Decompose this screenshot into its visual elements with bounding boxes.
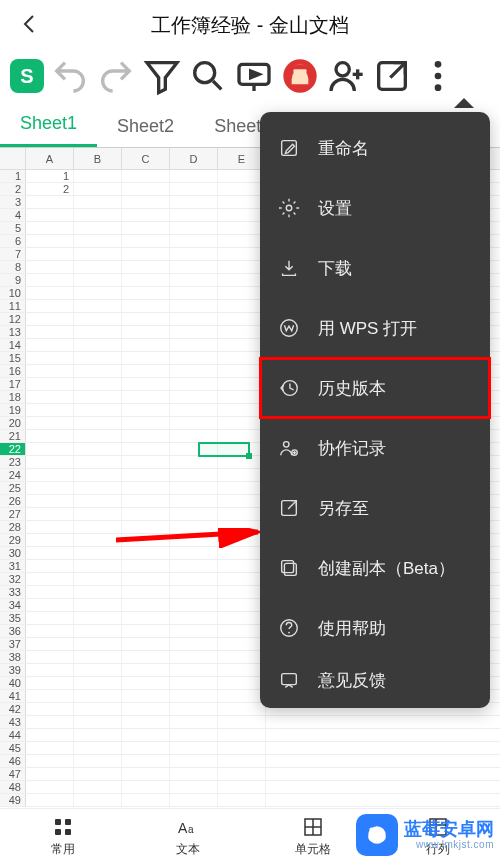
- cell[interactable]: [74, 326, 122, 338]
- menu-item-help[interactable]: 使用帮助: [260, 598, 490, 658]
- cell[interactable]: [170, 274, 218, 286]
- cell[interactable]: [170, 703, 218, 715]
- cell[interactable]: [218, 547, 266, 559]
- cell[interactable]: [218, 430, 266, 442]
- cell[interactable]: [170, 755, 218, 767]
- cell[interactable]: [74, 534, 122, 546]
- cell[interactable]: [122, 573, 170, 585]
- cell[interactable]: [26, 300, 74, 312]
- menu-item-wps[interactable]: 用 WPS 打开: [260, 298, 490, 358]
- row-number[interactable]: 36: [0, 625, 26, 637]
- cell[interactable]: [74, 417, 122, 429]
- cell[interactable]: [122, 469, 170, 481]
- table-row[interactable]: 43: [0, 716, 500, 729]
- row-number[interactable]: 23: [0, 456, 26, 468]
- cell[interactable]: [74, 664, 122, 676]
- row-number[interactable]: 45: [0, 742, 26, 754]
- cell[interactable]: [122, 495, 170, 507]
- cell[interactable]: [26, 625, 74, 637]
- avatar-icon[interactable]: [280, 56, 320, 96]
- cell[interactable]: [170, 287, 218, 299]
- cell[interactable]: [218, 378, 266, 390]
- cell[interactable]: [26, 365, 74, 377]
- menu-item-download[interactable]: 下载: [260, 238, 490, 298]
- cell[interactable]: [74, 573, 122, 585]
- cell[interactable]: [26, 768, 74, 780]
- row-number[interactable]: 14: [0, 339, 26, 351]
- row-number[interactable]: 35: [0, 612, 26, 624]
- tab-sheet2[interactable]: Sheet2: [97, 106, 194, 147]
- row-number[interactable]: 15: [0, 352, 26, 364]
- cell[interactable]: [218, 222, 266, 234]
- row-number[interactable]: 7: [0, 248, 26, 260]
- cell[interactable]: [170, 313, 218, 325]
- cell[interactable]: [26, 560, 74, 572]
- cell[interactable]: [170, 235, 218, 247]
- cell[interactable]: [74, 651, 122, 663]
- add-user-icon[interactable]: [326, 56, 366, 96]
- row-number[interactable]: 9: [0, 274, 26, 286]
- cell[interactable]: [170, 547, 218, 559]
- cell[interactable]: [218, 391, 266, 403]
- cell[interactable]: [122, 287, 170, 299]
- cell[interactable]: [122, 690, 170, 702]
- cell[interactable]: [122, 430, 170, 442]
- cell[interactable]: [170, 469, 218, 481]
- cell[interactable]: [26, 651, 74, 663]
- cell[interactable]: [170, 495, 218, 507]
- cell[interactable]: [122, 638, 170, 650]
- cell[interactable]: [218, 768, 266, 780]
- cell[interactable]: [26, 313, 74, 325]
- cell[interactable]: [26, 222, 74, 234]
- cell[interactable]: [26, 430, 74, 442]
- cell[interactable]: [218, 326, 266, 338]
- cell[interactable]: [74, 469, 122, 481]
- cell[interactable]: [218, 365, 266, 377]
- cell[interactable]: [74, 209, 122, 221]
- row-number[interactable]: 1: [0, 170, 26, 182]
- cell[interactable]: [122, 274, 170, 286]
- row-number[interactable]: 37: [0, 638, 26, 650]
- cell[interactable]: [26, 638, 74, 650]
- cell[interactable]: [74, 196, 122, 208]
- row-number[interactable]: 49: [0, 794, 26, 806]
- bottom-grid[interactable]: 常用: [0, 809, 125, 864]
- cell[interactable]: [74, 313, 122, 325]
- menu-item-history[interactable]: 历史版本: [260, 358, 490, 418]
- cell[interactable]: [218, 313, 266, 325]
- cell[interactable]: [122, 352, 170, 364]
- cell[interactable]: [170, 183, 218, 195]
- cell[interactable]: [26, 391, 74, 403]
- cell[interactable]: [218, 274, 266, 286]
- cell[interactable]: [218, 248, 266, 260]
- cell[interactable]: [218, 443, 266, 455]
- cell[interactable]: [74, 599, 122, 611]
- cell[interactable]: [122, 703, 170, 715]
- cell[interactable]: [122, 183, 170, 195]
- cell[interactable]: [170, 508, 218, 520]
- row-number[interactable]: 19: [0, 404, 26, 416]
- cell[interactable]: [170, 677, 218, 689]
- cell[interactable]: [170, 482, 218, 494]
- cell[interactable]: [218, 404, 266, 416]
- cell[interactable]: [74, 352, 122, 364]
- cell[interactable]: [122, 742, 170, 754]
- cell[interactable]: [218, 560, 266, 572]
- cell[interactable]: [122, 547, 170, 559]
- row-number[interactable]: 48: [0, 781, 26, 793]
- cell[interactable]: [218, 417, 266, 429]
- cell[interactable]: [26, 482, 74, 494]
- more-icon[interactable]: [418, 56, 458, 96]
- cell[interactable]: [170, 196, 218, 208]
- row-number[interactable]: 46: [0, 755, 26, 767]
- cell[interactable]: [122, 326, 170, 338]
- cell[interactable]: [122, 456, 170, 468]
- cell[interactable]: [218, 209, 266, 221]
- menu-item-feedback[interactable]: 意见反馈: [260, 658, 490, 702]
- cell[interactable]: [122, 235, 170, 247]
- row-number[interactable]: 34: [0, 599, 26, 611]
- cell[interactable]: [122, 560, 170, 572]
- app-logo[interactable]: S: [10, 59, 44, 93]
- cell[interactable]: [122, 443, 170, 455]
- cell[interactable]: [218, 573, 266, 585]
